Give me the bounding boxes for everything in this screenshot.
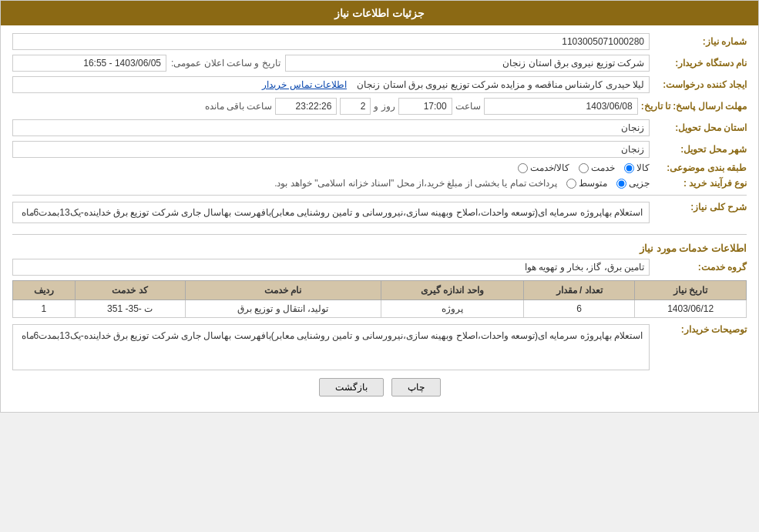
process-radio-group: پرداخت تمام یا بخشی از مبلغ خرید،از محل … [274, 178, 650, 189]
td-service_code: ت -35- 351 [75, 300, 185, 318]
print-button[interactable]: چاپ [391, 378, 441, 396]
process-row: نوع فرآیند خرید : پرداخت تمام یا بخشی از… [12, 178, 747, 189]
description-row: شرح کلی نیاز: استعلام بهاپروژه سرمایه ای… [12, 202, 747, 228]
buyer-desc-box: استعلام بهاپروژه سرمایه ای(توسعه واحدات،… [12, 324, 650, 370]
deadline-row: مهلت ارسال پاسخ: تا تاریخ: 1403/06/08 سا… [12, 98, 747, 115]
td-unit: پروژه [381, 300, 523, 318]
category-khedmat-radio[interactable] [579, 163, 589, 173]
buyer-desc-value: استعلام بهاپروژه سرمایه ای(توسعه واحدات،… [22, 330, 643, 341]
buyer-desc-label: توصیحات خریدار: [654, 324, 747, 335]
deadline-days: 2 [340, 98, 371, 115]
category-khedmat-item: خدمت [579, 162, 615, 173]
description-box: استعلام بهاپروژه سرمایه ای(توسعه واحدات،… [12, 202, 650, 223]
buyer-org-value: شرکت توزیع نیروی برق استان زنجان [285, 55, 650, 72]
category-radio-group: کالا/خدمت خدمت کالا [518, 162, 650, 173]
creator-label: ایجاد کننده درخواست: [654, 79, 747, 90]
service-group-value: تامین برق، گاز، بخار و تهویه هوا [12, 259, 650, 276]
th-quantity: تعداد / مقدار [523, 281, 635, 300]
divider-2 [12, 234, 747, 235]
deadline-remaining-label: ساعت باقی مانده [205, 101, 273, 112]
category-kala-khedmat-item: کالا/خدمت [518, 162, 569, 173]
category-kala-khedmat-radio[interactable] [518, 163, 528, 173]
process-jozi-item: جزیی [616, 178, 650, 189]
process-jozi-radio[interactable] [616, 179, 626, 189]
category-kala-label: کالا [636, 162, 650, 173]
service-group-label: گروه خدمت: [654, 262, 747, 273]
creator-text: لیلا حیدری کارشناس مناقصه و مزایده شرکت … [357, 79, 644, 90]
description-value: استعلام بهاپروژه سرمایه ای(توسعه واحدات،… [22, 207, 643, 218]
category-kala-khedmat-label: کالا/خدمت [530, 162, 569, 173]
city-value: زنجان [12, 141, 650, 158]
table-row: 1403/06/126پروژهتولید، انتقال و توزیع بر… [13, 300, 747, 318]
deadline-day-label: روز و [374, 101, 395, 112]
content-area: شماره نیاز: 1103005071000280 نام دستگاه … [1, 25, 758, 412]
th-service-code: کد خدمت [75, 281, 185, 300]
province-value: زنجان [12, 119, 650, 136]
province-row: استان محل تحویل: زنجان [12, 119, 747, 136]
city-row: شهر محل تحویل: زنجان [12, 141, 747, 158]
button-row: چاپ بازگشت [12, 378, 747, 396]
td-row_num: 1 [13, 300, 76, 318]
city-label: شهر محل تحویل: [654, 144, 747, 155]
process-note-item: پرداخت تمام یا بخشی از مبلغ خرید،از محل … [274, 178, 557, 189]
th-unit: واحد اندازه گیری [381, 281, 523, 300]
services-table: تاریخ نیاز تعداد / مقدار واحد اندازه گیر… [12, 280, 747, 318]
request-number-row: شماره نیاز: 1103005071000280 [12, 33, 747, 50]
request-number-value: 1103005071000280 [12, 33, 650, 50]
buyer-desc-row: توصیحات خریدار: استعلام بهاپروژه سرمایه … [12, 324, 747, 370]
announcement-date-label: تاریخ و ساعت اعلان عمومی: [171, 58, 280, 69]
divider-1 [12, 195, 747, 196]
process-note-text: پرداخت تمام یا بخشی از مبلغ خرید،از محل … [274, 178, 557, 189]
buyer-org-row: نام دستگاه خریدار: شرکت توزیع نیروی برق … [12, 55, 747, 72]
table-header-row: تاریخ نیاز تعداد / مقدار واحد اندازه گیر… [13, 281, 747, 300]
services-section-title: اطلاعات خدمات مورد نیاز [12, 243, 747, 254]
category-label: طبقه بندی موضوعی: [654, 162, 747, 173]
description-label: شرح کلی نیاز: [654, 202, 747, 212]
td-date: 1403/06/12 [635, 300, 747, 318]
contact-link[interactable]: اطلاعات تماس خریدار [262, 79, 347, 90]
th-date: تاریخ نیاز [635, 281, 747, 300]
process-motevaset-label: متوسط [579, 178, 607, 189]
announcement-date-value: 1403/06/05 - 16:55 [12, 55, 166, 72]
category-kala-radio[interactable] [624, 163, 634, 173]
process-motevaset-radio[interactable] [566, 179, 576, 189]
service-group-row: گروه خدمت: تامین برق، گاز، بخار و تهویه … [12, 259, 747, 276]
deadline-remaining: 23:22:26 [275, 98, 337, 115]
td-quantity: 6 [523, 300, 635, 318]
creator-row: ایجاد کننده درخواست: لیلا حیدری کارشناس … [12, 76, 747, 93]
deadline-date: 1403/06/08 [484, 98, 638, 115]
page-header: جزئیات اطلاعات نیاز [1, 1, 758, 25]
deadline-time: 17:00 [398, 98, 452, 115]
category-khedmat-label: خدمت [591, 162, 615, 173]
process-motevaset-item: متوسط [566, 178, 607, 189]
td-service_name: تولید، انتقال و توزیع برق [185, 300, 381, 318]
process-label: نوع فرآیند خرید : [654, 178, 747, 189]
th-service-name: نام خدمت [185, 281, 381, 300]
deadline-label: مهلت ارسال پاسخ: تا تاریخ: [641, 101, 747, 112]
request-number-label: شماره نیاز: [654, 36, 747, 47]
th-row-num: ردیف [13, 281, 76, 300]
category-kala-item: کالا [624, 162, 650, 173]
page-title: جزئیات اطلاعات نیاز [334, 7, 425, 19]
category-row: طبقه بندی موضوعی: کالا/خدمت خدمت کالا [12, 162, 747, 173]
process-jozi-label: جزیی [629, 178, 650, 189]
deadline-time-label: ساعت [455, 101, 481, 112]
creator-value: لیلا حیدری کارشناس مناقصه و مزایده شرکت … [12, 76, 650, 93]
buyer-org-label: نام دستگاه خریدار: [654, 58, 747, 69]
page-wrapper: جزئیات اطلاعات نیاز شماره نیاز: 11030050… [0, 0, 759, 413]
back-button[interactable]: بازگشت [319, 378, 384, 396]
province-label: استان محل تحویل: [654, 122, 747, 133]
